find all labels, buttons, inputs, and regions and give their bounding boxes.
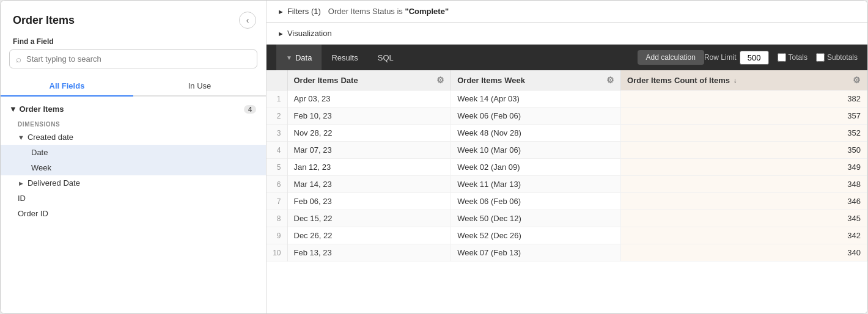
cell-row-num: 2 bbox=[267, 108, 287, 125]
field-tabs: All Fields In Use bbox=[1, 76, 266, 97]
cell-week: Week 50 (Dec 12) bbox=[451, 210, 621, 227]
tree-item-created-date[interactable]: ▼ Created date bbox=[1, 130, 266, 145]
filters-toggle-label: Filters (1) bbox=[287, 7, 321, 16]
cell-row-num: 10 bbox=[267, 244, 287, 261]
data-table: Order Items Date ⚙ Order Items Week ⚙ bbox=[267, 70, 867, 261]
cell-week: Week 52 (Dec 26) bbox=[451, 227, 621, 244]
tab-sql[interactable]: SQL bbox=[368, 45, 403, 70]
tree-sub-item-date[interactable]: Date bbox=[1, 145, 266, 160]
cell-week: Week 10 (Mar 06) bbox=[451, 142, 621, 159]
table-row: 1 Apr 03, 23 Week 14 (Apr 03) 382 bbox=[267, 90, 867, 108]
table-row: 8 Dec 15, 22 Week 50 (Dec 12) 345 bbox=[267, 210, 867, 227]
gear-icon-count[interactable]: ⚙ bbox=[853, 75, 861, 85]
col-header-count: Order Items Count of Items ↓ ⚙ bbox=[621, 70, 867, 90]
filters-summary: Order Items Status is "Complete" bbox=[328, 7, 449, 16]
cell-row-num: 8 bbox=[267, 210, 287, 227]
chevron-right-icon: ► bbox=[18, 180, 24, 187]
table-row: 4 Mar 07, 23 Week 10 (Mar 06) 350 bbox=[267, 142, 867, 159]
cell-week: Week 07 (Feb 13) bbox=[451, 244, 621, 261]
visualization-bar: ► Visualization bbox=[267, 23, 867, 45]
cell-row-num: 9 bbox=[267, 227, 287, 244]
col-header-week: Order Items Week ⚙ bbox=[451, 70, 621, 90]
tree-item-label-delivered-date: Delivered Date bbox=[28, 178, 80, 188]
chevron-down-icon-data: ▼ bbox=[286, 54, 292, 61]
cell-count: 357 bbox=[621, 108, 867, 125]
tab-data-label: Data bbox=[295, 53, 312, 62]
section-label-dimensions: DIMENSIONS bbox=[1, 118, 266, 130]
cell-count: 342 bbox=[621, 227, 867, 244]
cell-date: Jan 12, 23 bbox=[287, 159, 451, 176]
cell-count: 349 bbox=[621, 159, 867, 176]
search-input[interactable] bbox=[26, 54, 251, 64]
table-row: 3 Nov 28, 22 Week 48 (Nov 28) 352 bbox=[267, 125, 867, 142]
col-header-date: Order Items Date ⚙ bbox=[287, 70, 451, 90]
cell-date: Dec 26, 22 bbox=[287, 227, 451, 244]
gear-icon-week[interactable]: ⚙ bbox=[606, 75, 614, 85]
tab-data[interactable]: ▼ Data bbox=[276, 45, 322, 70]
tree-item-id[interactable]: ID bbox=[1, 191, 266, 206]
field-tree: ▼ Order Items 4 DIMENSIONS ▼ Created dat… bbox=[1, 97, 266, 313]
cell-date: Feb 13, 23 bbox=[287, 244, 451, 261]
tab-all-fields[interactable]: All Fields bbox=[1, 76, 133, 97]
tab-results-label: Results bbox=[331, 53, 358, 62]
cell-week: Week 11 (Mar 13) bbox=[451, 176, 621, 193]
row-limit-label: Row Limit bbox=[704, 53, 737, 62]
row-limit-input[interactable] bbox=[740, 51, 769, 65]
table-row: 2 Feb 10, 23 Week 06 (Feb 06) 357 bbox=[267, 108, 867, 125]
subtotals-checkbox-group: Subtotals bbox=[816, 53, 858, 62]
cell-date: Apr 03, 23 bbox=[287, 90, 451, 108]
search-icon: ⌕ bbox=[16, 54, 21, 64]
tree-item-order-id[interactable]: Order ID bbox=[1, 206, 266, 221]
filters-toggle[interactable]: ► Filters (1) bbox=[278, 7, 321, 16]
sidebar: Order Items ‹ Find a Field ⌕ All Fields … bbox=[1, 1, 267, 313]
tree-sub-item-week[interactable]: Week bbox=[1, 160, 266, 175]
cell-row-num: 3 bbox=[267, 125, 287, 142]
tree-item-label-created-date: Created date bbox=[28, 133, 73, 142]
sort-desc-icon: ↓ bbox=[734, 76, 737, 84]
cell-count: 345 bbox=[621, 210, 867, 227]
table-row: 10 Feb 13, 23 Week 07 (Feb 13) 340 bbox=[267, 244, 867, 261]
filters-bar: ► Filters (1) Order Items Status is "Com… bbox=[267, 1, 867, 23]
add-calculation-button[interactable]: Add calculation bbox=[638, 50, 704, 65]
cell-count: 352 bbox=[621, 125, 867, 142]
cell-row-num: 5 bbox=[267, 159, 287, 176]
cell-row-num: 4 bbox=[267, 142, 287, 159]
sidebar-title: Order Items bbox=[13, 14, 75, 27]
tree-group-count: 4 bbox=[244, 105, 256, 114]
chevron-right-icon-viz: ► bbox=[278, 30, 284, 37]
cell-count: 340 bbox=[621, 244, 867, 261]
tree-item-delivered-date[interactable]: ► Delivered Date bbox=[1, 175, 266, 191]
tree-group-expand-icon: ▼ Order Items bbox=[9, 104, 64, 114]
cell-date: Mar 07, 23 bbox=[287, 142, 451, 159]
cell-count: 346 bbox=[621, 193, 867, 210]
data-table-container: Order Items Date ⚙ Order Items Week ⚙ bbox=[267, 70, 867, 313]
find-field-label: Find a Field bbox=[1, 29, 266, 49]
cell-date: Dec 15, 22 bbox=[287, 210, 451, 227]
table-row: 6 Mar 14, 23 Week 11 (Mar 13) 348 bbox=[267, 176, 867, 193]
totals-checkbox[interactable] bbox=[778, 53, 786, 62]
filters-value: "Complete" bbox=[405, 7, 449, 16]
subtotals-checkbox[interactable] bbox=[816, 53, 825, 62]
subtotals-label: Subtotals bbox=[827, 53, 858, 62]
table-row: 9 Dec 26, 22 Week 52 (Dec 26) 342 bbox=[267, 227, 867, 244]
gear-icon-date[interactable]: ⚙ bbox=[436, 75, 444, 85]
visualization-toggle[interactable]: ► Visualization bbox=[278, 29, 332, 38]
tab-results[interactable]: Results bbox=[322, 45, 367, 70]
tree-group-order-items[interactable]: ▼ Order Items 4 bbox=[1, 100, 266, 118]
cell-date: Mar 14, 23 bbox=[287, 176, 451, 193]
tab-in-use[interactable]: In Use bbox=[133, 76, 266, 95]
cell-week: Week 14 (Apr 03) bbox=[451, 90, 621, 108]
cell-row-num: 7 bbox=[267, 193, 287, 210]
toolbar: ▼ Data Results SQL Add calculation Row L… bbox=[267, 45, 867, 70]
cell-week: Week 06 (Feb 06) bbox=[451, 108, 621, 125]
sidebar-collapse-button[interactable]: ‹ bbox=[239, 12, 256, 29]
totals-checkbox-group: Totals bbox=[778, 53, 807, 62]
tab-sql-label: SQL bbox=[378, 53, 394, 62]
tree-item-label-id: ID bbox=[18, 194, 26, 203]
tree-sub-item-label-week: Week bbox=[31, 163, 51, 172]
table-row: 7 Feb 06, 23 Week 06 (Feb 06) 346 bbox=[267, 193, 867, 210]
cell-count: 350 bbox=[621, 142, 867, 159]
col-header-row-num bbox=[267, 70, 287, 90]
sidebar-header: Order Items ‹ bbox=[1, 1, 266, 29]
cell-count: 382 bbox=[621, 90, 867, 108]
